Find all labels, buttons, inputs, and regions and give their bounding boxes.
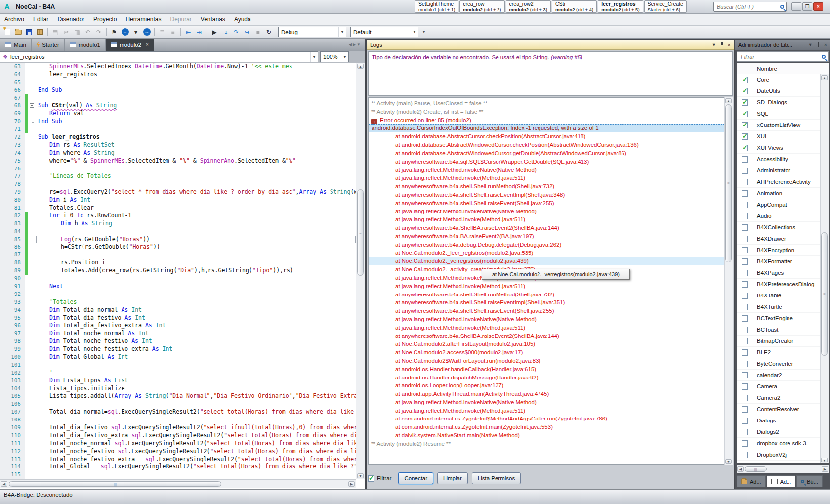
profile-combo[interactable]: Default▼: [350, 27, 418, 37]
tab-modulo2[interactable]: modulo2×: [106, 39, 154, 51]
code-line-104[interactable]: 104Lista_tipos.initialize: [0, 385, 356, 393]
log-output-list[interactable]: ** Activity (main) Pause, UserClosed = f…: [368, 97, 733, 465]
quick-tab-CStr[interactable]: CStrmodulo2 (ctrl + 4): [552, 0, 597, 13]
library-checkbox[interactable]: [742, 361, 748, 367]
log-line[interactable]: at java.lang.reflect.Method.invoke(Metho…: [369, 282, 732, 291]
chevron-down-icon[interactable]: ▼: [338, 27, 346, 37]
navigate-back-icon[interactable]: ←: [120, 27, 130, 37]
log-line[interactable]: at anywheresoftware.b4a.shell.Shell.rais…: [369, 298, 732, 307]
library-vscroll-thumb[interactable]: ≡: [821, 232, 828, 356]
library-row-XUI[interactable]: XUI: [737, 131, 829, 142]
lista-permisos-button[interactable]: Lista Permisos: [472, 472, 521, 484]
fold-margin[interactable]: −: [28, 133, 36, 141]
library-checkbox[interactable]: [742, 202, 748, 208]
scroll-right-icon[interactable]: ▶: [348, 481, 355, 487]
step-out-icon[interactable]: ↪: [242, 27, 252, 37]
close-panel-icon[interactable]: ×: [728, 42, 731, 48]
code-line-63[interactable]: 63SpinnerMEs.SelectedIndex=DateTime.GetM…: [0, 63, 356, 71]
panel-tab-Ad[interactable]: Ad...: [737, 475, 766, 487]
code-line-80[interactable]: 80Dim i As Int: [0, 196, 356, 204]
tab-Starter[interactable]: ϟStarter: [32, 39, 65, 51]
library-checkbox[interactable]: [742, 179, 748, 185]
library-row-BCToast[interactable]: BCToast: [737, 324, 829, 336]
log-line[interactable]: ** Activity (modulo2) Resume **: [369, 440, 732, 448]
scroll-down-icon[interactable]: ▼: [357, 473, 364, 478]
logs-vertical-scrollbar[interactable]: ▲ ≡ ▼: [724, 97, 733, 465]
library-checkbox[interactable]: [742, 224, 748, 231]
library-checkbox[interactable]: [742, 429, 748, 435]
code-line-115[interactable]: 115: [0, 471, 356, 479]
indent-icon[interactable]: ⇥: [194, 27, 204, 37]
build-configuration-combo[interactable]: Debug▼: [278, 27, 346, 37]
menu-item-ventanas[interactable]: Ventanas: [196, 14, 230, 25]
library-row-B4XFormatter[interactable]: B4XFormatter: [737, 256, 829, 267]
library-row-ContentResolver[interactable]: ContentResolver: [737, 404, 829, 415]
library-checkbox[interactable]: [742, 315, 748, 322]
log-line[interactable]: at com.android.internal.os.ZygoteInit.ma…: [369, 423, 732, 431]
library-row-SQL[interactable]: SQL: [737, 108, 829, 120]
log-line[interactable]: ** Activity (modulo2) Create, isFirst = …: [369, 108, 732, 116]
scroll-up-icon[interactable]: ▲: [821, 75, 828, 80]
library-row-DateUtils[interactable]: DateUtils: [737, 85, 829, 97]
open-file-icon[interactable]: [13, 27, 23, 37]
library-row-BCTextEngine[interactable]: BCTextEngine: [737, 313, 829, 324]
library-checkbox[interactable]: [742, 88, 748, 94]
library-checkbox[interactable]: [742, 168, 748, 174]
tab-Main[interactable]: Main: [0, 39, 32, 51]
library-checkbox[interactable]: [742, 236, 748, 242]
scroll-down-icon[interactable]: ▼: [725, 459, 732, 464]
new-file-icon[interactable]: [2, 27, 12, 37]
quick-tab-crea_row[interactable]: crea_rowmodulo2 (ctrl + 2): [459, 0, 504, 13]
code-line-95[interactable]: 95Dim Total_dia_festivo As Int: [0, 314, 356, 322]
log-line[interactable]: at java.lang.reflect.Method.invoke(Metho…: [369, 174, 732, 182]
tab-scroll-left-icon[interactable]: ◀: [349, 42, 352, 47]
code-line-108[interactable]: 108: [0, 416, 356, 424]
log-line[interactable]: at java.lang.reflect.Method.invokeNative…: [369, 398, 732, 407]
log-line[interactable]: →Error occurred on line: 85 (modulo2): [369, 116, 732, 125]
code-line-97[interactable]: 97Dim Total_noche_normal As Int: [0, 330, 356, 337]
log-line[interactable]: at anywheresoftware.b4a.shell.Shell.runM…: [369, 291, 732, 299]
editor-vertical-scrollbar[interactable]: ▲ ≡ ▼: [356, 63, 365, 479]
library-checkbox[interactable]: [742, 247, 748, 253]
library-row-Accessibility[interactable]: Accessibility: [737, 154, 829, 165]
quick-tab-crea_row2[interactable]: crea_row2modulo2 (ctrl + 3): [506, 0, 551, 13]
code-line-111[interactable]: 111Total_noche_normal=sql.ExecQuerySingl…: [0, 440, 356, 448]
compile-icon[interactable]: [35, 27, 45, 37]
library-row-Camera2[interactable]: Camera2: [737, 392, 829, 404]
library-checkbox[interactable]: [742, 406, 748, 413]
code-line-82[interactable]: 82For i=0 To rs.RowCount-1: [0, 212, 356, 220]
code-line-88[interactable]: 88rs.Position=i: [0, 259, 356, 267]
menu-item-archivo[interactable]: Archivo: [0, 14, 29, 25]
restore-button[interactable]: ❐: [802, 2, 812, 11]
fold-margin[interactable]: −: [28, 102, 36, 110]
library-row-BitmapCreator[interactable]: BitmapCreator: [737, 336, 829, 347]
log-line-highlighted[interactable]: at Noe.Cal.modulo2._verregistros(modulo2…: [369, 257, 732, 265]
code-line-91[interactable]: 91Next: [0, 283, 356, 291]
library-checkbox[interactable]: [742, 156, 748, 163]
code-line-76[interactable]: 76: [0, 165, 356, 173]
restart-icon[interactable]: ↻: [264, 27, 274, 37]
bookmark-icon[interactable]: ⚑: [109, 27, 119, 37]
code-line-67[interactable]: 67: [0, 94, 356, 102]
library-row-Dialogs2[interactable]: Dialogs2: [737, 426, 829, 438]
library-row-SD_Dialogs[interactable]: SD_Dialogs: [737, 97, 829, 108]
close-tab-icon[interactable]: ×: [146, 42, 149, 47]
log-line[interactable]: at anywheresoftware.b4a.debug.Debug.dele…: [369, 241, 732, 249]
library-checkbox[interactable]: [742, 258, 748, 265]
library-checkbox[interactable]: [742, 270, 748, 276]
log-line[interactable]: at android.database.AbstractWindowedCurs…: [369, 141, 732, 149]
pin-icon[interactable]: [720, 42, 724, 47]
log-line[interactable]: at android.os.Handler.dispatchMessage(Ha…: [369, 374, 732, 382]
outdent-icon[interactable]: ⇤: [183, 27, 193, 37]
code-line-113[interactable]: 113Total_noche_festivo_extra = sql.ExecQ…: [0, 456, 356, 463]
log-line[interactable]: at anywheresoftware.b4a.BA.raiseEvent2(B…: [369, 232, 732, 241]
code-line-75[interactable]: 75where="%" & SpinnerMEs.SelectedItem & …: [0, 157, 356, 165]
library-row-Camera[interactable]: Camera: [737, 381, 829, 392]
panel-menu-dropdown-icon[interactable]: ▼: [712, 42, 716, 47]
code-line-79[interactable]: 79rs=sql.ExecQuery2("select * from dias …: [0, 188, 356, 196]
library-checkbox[interactable]: [742, 383, 748, 390]
code-line-114[interactable]: 114Total_Global = sql.ExecQuerySingleRes…: [0, 463, 356, 471]
code-line-86[interactable]: 86h=CStr(rs.GetDouble("Horas")): [0, 243, 356, 251]
library-checkbox[interactable]: [742, 281, 748, 288]
library-filter-input[interactable]: [740, 53, 822, 60]
